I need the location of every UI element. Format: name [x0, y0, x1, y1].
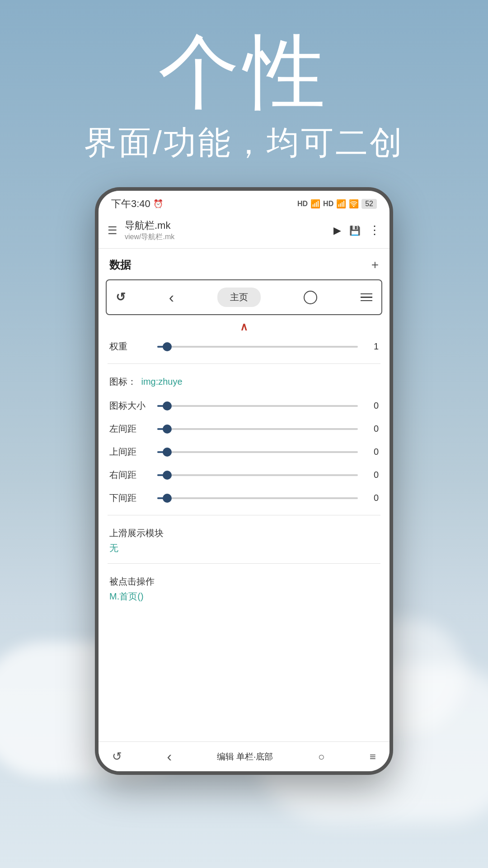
- left-margin-row: 左间距 0: [99, 417, 389, 440]
- chevron-indicator: ∧: [99, 317, 389, 335]
- icon-label: 图标：: [109, 377, 136, 387]
- divider-3: [108, 563, 380, 564]
- add-button[interactable]: +: [371, 258, 379, 272]
- top-margin-row: 上间距 0: [99, 440, 389, 463]
- app-bar-subtitle: view/导航栏.mk: [125, 232, 326, 242]
- preview-circle-icon[interactable]: [304, 291, 317, 304]
- bottom-margin-label: 下间距: [109, 492, 150, 504]
- right-margin-slider[interactable]: [157, 474, 358, 476]
- icon-size-row: 图标大小 0: [99, 394, 389, 417]
- bottom-menu-icon[interactable]: ≡: [370, 750, 376, 763]
- menu-line-2: [361, 297, 372, 298]
- clock-icon: ⏰: [153, 199, 163, 209]
- bottom-back-icon[interactable]: ‹: [167, 748, 172, 765]
- status-time-text: 下午3:40: [111, 197, 150, 211]
- right-margin-label: 右间距: [109, 469, 150, 481]
- hero-section: 个性 界面/功能，均可二创: [0, 0, 488, 165]
- preview-menu-icon[interactable]: [361, 293, 372, 302]
- weight-label: 权重: [109, 340, 150, 353]
- app-bar-actions: ▶ 💾 ⋮: [333, 223, 380, 237]
- menu-line-3: [361, 300, 372, 302]
- preview-back-icon[interactable]: ‹: [169, 288, 174, 306]
- icon-value[interactable]: img:zhuye: [141, 377, 182, 387]
- bottom-home-icon[interactable]: ○: [318, 750, 325, 763]
- section-title: 数据: [109, 258, 131, 272]
- preview-refresh-icon[interactable]: ↺: [116, 290, 126, 304]
- slide-module-row: 上滑展示模块 无: [99, 521, 389, 558]
- app-bar: ☰ 导航栏.mk view/导航栏.mk ▶ 💾 ⋮: [99, 214, 389, 249]
- top-margin-slider[interactable]: [157, 451, 358, 453]
- preview-home-button[interactable]: 主页: [217, 288, 261, 307]
- app-bar-title-area: 导航栏.mk view/导航栏.mk: [125, 219, 326, 242]
- play-icon[interactable]: ▶: [333, 225, 341, 236]
- signal-bars-1: 📶: [310, 199, 320, 209]
- bottom-margin-slider[interactable]: [157, 497, 358, 499]
- signal-hd-1: HD: [297, 200, 308, 208]
- bottom-nav: ↺ ‹ 编辑 单栏·底部 ○ ≡: [99, 741, 389, 771]
- bottom-nav-center-text: 编辑 单栏·底部: [217, 751, 273, 763]
- left-margin-label: 左间距: [109, 423, 150, 435]
- divider-1: [108, 363, 380, 364]
- status-time-area: 下午3:40 ⏰: [111, 197, 163, 211]
- divider-2: [108, 515, 380, 515]
- bottom-margin-row: 下间距 0: [99, 486, 389, 509]
- bottom-refresh-icon[interactable]: ↺: [112, 750, 122, 764]
- menu-icon[interactable]: ☰: [108, 224, 117, 237]
- top-margin-label: 上间距: [109, 446, 150, 458]
- more-icon[interactable]: ⋮: [369, 223, 380, 237]
- weight-value: 1: [365, 341, 379, 352]
- chevron-symbol: ∧: [240, 321, 248, 333]
- right-margin-row: 右间距 0: [99, 463, 389, 486]
- weight-slider[interactable]: [157, 346, 358, 348]
- icon-size-value: 0: [365, 401, 379, 411]
- phone-frame: 下午3:40 ⏰ HD 📶 HD 📶 🛜 52 ☰ 导航栏.mk view/导航…: [95, 187, 393, 775]
- phone-mockup: 下午3:40 ⏰ HD 📶 HD 📶 🛜 52 ☰ 导航栏.mk view/导航…: [0, 187, 488, 775]
- icon-size-slider[interactable]: [157, 405, 358, 407]
- signal-hd-2: HD: [323, 200, 333, 208]
- click-action-label: 被点击操作: [109, 576, 379, 588]
- icon-row: 图标： img:zhuye: [99, 369, 389, 394]
- status-icons: HD 📶 HD 📶 🛜 52: [297, 199, 377, 209]
- click-action-row: 被点击操作 M.首页(): [99, 569, 389, 606]
- click-action-value[interactable]: M.首页(): [109, 590, 379, 603]
- right-margin-value: 0: [365, 470, 379, 480]
- top-margin-value: 0: [365, 447, 379, 457]
- left-margin-slider[interactable]: [157, 428, 358, 430]
- slide-module-value[interactable]: 无: [109, 542, 379, 554]
- battery-text: 52: [361, 199, 377, 209]
- preview-bar: ↺ ‹ 主页: [106, 279, 382, 315]
- save-icon[interactable]: 💾: [349, 225, 361, 236]
- left-margin-value: 0: [365, 424, 379, 434]
- menu-line-1: [361, 293, 372, 295]
- hero-title: 个性: [0, 27, 488, 117]
- hero-subtitle: 界面/功能，均可二创: [0, 121, 488, 165]
- signal-bars-2: 📶: [336, 199, 346, 209]
- slide-module-label: 上滑展示模块: [109, 527, 379, 539]
- status-bar: 下午3:40 ⏰ HD 📶 HD 📶 🛜 52: [99, 191, 389, 214]
- main-content: 数据 + ↺ ‹ 主页 ∧: [99, 249, 389, 741]
- app-bar-title: 导航栏.mk: [125, 219, 326, 232]
- weight-row: 权重 1: [99, 335, 389, 358]
- data-section-header: 数据 +: [99, 249, 389, 279]
- bottom-margin-value: 0: [365, 493, 379, 503]
- wifi-icon: 🛜: [349, 199, 359, 209]
- icon-size-label: 图标大小: [109, 400, 150, 412]
